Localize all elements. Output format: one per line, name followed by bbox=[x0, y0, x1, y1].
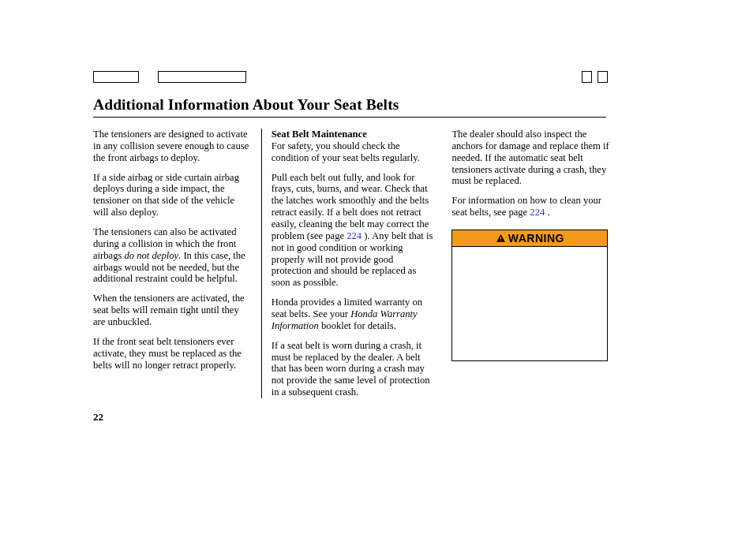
paragraph: The tensioners are designed to activate … bbox=[93, 129, 252, 164]
column-1: The tensioners are designed to activate … bbox=[93, 129, 261, 398]
title-rule bbox=[93, 117, 606, 118]
paragraph: If a seat belt is worn during a crash, i… bbox=[272, 340, 433, 398]
paragraph: Honda provides a limited warranty on sea… bbox=[272, 297, 433, 332]
svg-rect-0 bbox=[500, 237, 501, 239]
warning-triangle-icon bbox=[496, 233, 506, 244]
paragraph: The tensioners can also be activated dur… bbox=[93, 226, 252, 285]
paragraph: For information on how to clean your sea… bbox=[451, 195, 614, 218]
italic-text: do not deploy bbox=[125, 250, 179, 261]
warning-body bbox=[451, 246, 608, 361]
column-2: Seat Belt MaintenanceFor safety, you sho… bbox=[261, 129, 443, 398]
paragraph: Seat Belt MaintenanceFor safety, you sho… bbox=[272, 129, 433, 164]
paragraph: If a side airbag or side curtain airbag … bbox=[93, 172, 252, 218]
decor-box bbox=[158, 71, 246, 83]
warning-header: WARNING bbox=[451, 230, 608, 246]
page-title: Additional Information About Your Seat B… bbox=[93, 96, 698, 114]
page-number: 22 bbox=[93, 411, 698, 424]
svg-rect-1 bbox=[500, 240, 501, 241]
paragraph: Pull each belt out fully, and look for f… bbox=[272, 172, 433, 289]
page-reference-link[interactable]: 224 bbox=[530, 207, 545, 218]
manual-page: Additional Information About Your Seat B… bbox=[0, 0, 753, 560]
text-columns: The tensioners are designed to activate … bbox=[93, 129, 614, 398]
page-reference-link[interactable]: 224 bbox=[347, 230, 362, 241]
paragraph: If the front seat belt tensioners ever a… bbox=[93, 336, 252, 371]
decor-square bbox=[582, 71, 592, 83]
warning-callout: WARNING bbox=[451, 230, 608, 361]
top-right-decor bbox=[579, 71, 608, 86]
paragraph: When the tensioners are activated, the s… bbox=[93, 293, 252, 328]
top-left-decor bbox=[93, 71, 246, 85]
column-3: The dealer should also inspect the ancho… bbox=[442, 129, 614, 398]
paragraph: The dealer should also inspect the ancho… bbox=[451, 129, 614, 187]
section-heading: Seat Belt Maintenance bbox=[272, 129, 433, 140]
warning-label: WARNING bbox=[508, 232, 564, 245]
text: For safety, you should check the conditi… bbox=[272, 140, 420, 163]
decor-box bbox=[93, 71, 139, 83]
text: booklet for details. bbox=[319, 320, 396, 331]
text: For information on how to clean your sea… bbox=[451, 195, 601, 218]
decor-square bbox=[598, 71, 608, 83]
text: . bbox=[545, 207, 549, 218]
